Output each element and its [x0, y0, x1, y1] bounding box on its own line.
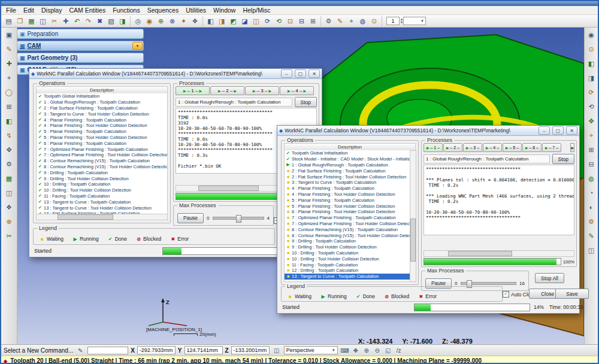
process-tab[interactable]: 3 — [463, 143, 482, 152]
tool-icon[interactable]: ⌖ — [586, 131, 597, 140]
toolbar-icon[interactable]: ❐ — [14, 16, 26, 26]
tool-icon[interactable]: ◨ — [586, 73, 597, 83]
toolbar-icon[interactable]: ✂ — [49, 16, 60, 26]
toolbar-icon[interactable]: ⊕ — [155, 16, 167, 26]
operation-row[interactable]: 2 : Flat Surface Finishing : Tool Holder… — [285, 174, 410, 180]
tool-icon[interactable]: ⊞ — [4, 102, 14, 111]
toolbar-icon[interactable]: ◍ — [357, 16, 368, 26]
maximize-button[interactable]: ▢ — [295, 69, 306, 78]
tool-icon[interactable]: ⊕ — [4, 217, 14, 226]
operation-row[interactable]: 8 : Contour Remachining (V15) : Toolpath… — [285, 226, 410, 232]
pause-button[interactable]: Pause — [177, 213, 204, 223]
operation-row[interactable]: 7 : Optimized Planar Finishing : Toolpat… — [285, 215, 410, 221]
toolbar-icon[interactable]: ⟳ — [262, 16, 273, 26]
toolbar-icon[interactable]: ✎ — [334, 16, 346, 26]
operation-row[interactable]: 8 : Contour Remachining (V15) : Toolpath… — [37, 158, 167, 164]
checkbox-icon[interactable]: ✓ — [503, 291, 509, 298]
operation-row[interactable]: 3 : Tangent to Curve : Tool Holder Colli… — [37, 111, 167, 117]
tool-icon[interactable]: ◯ — [4, 87, 14, 97]
menu-item[interactable]: Edit — [20, 7, 38, 14]
vertical-scrollbar[interactable] — [410, 150, 416, 282]
operation-row[interactable]: 9 : Drilling : Tool Holder Collision Det… — [285, 244, 410, 250]
tool-icon[interactable]: ◐ — [586, 202, 597, 212]
tool-icon[interactable]: ✂ — [4, 231, 14, 241]
toolbar-icon[interactable]: ◨ — [117, 16, 128, 26]
toolbar-icon[interactable]: ↷ — [83, 16, 94, 26]
tool-icon[interactable]: ✎ — [586, 231, 597, 241]
tool-icon[interactable]: ◍ — [586, 174, 597, 183]
operation-row[interactable]: 7 : Optimized Planar Finishing : Tool Ho… — [285, 221, 410, 227]
scrollbar-thumb[interactable] — [198, 186, 258, 191]
operation-row[interactable]: 11 : Facing : Toolpath Calculation — [37, 193, 167, 199]
toolbar-icon[interactable]: ◉ — [144, 16, 155, 26]
tool-icon[interactable]: ◫ — [4, 188, 14, 198]
operation-row[interactable]: 8 : Contour Remachining (V15) : Tool Hol… — [37, 164, 167, 170]
process-tab[interactable]: 2 — [443, 143, 462, 152]
toolbar-icon[interactable]: ◧ — [205, 16, 216, 26]
operation-row[interactable]: 1 : Global Rough/Rerough : Toolpath Calc… — [285, 162, 410, 168]
tool-icon[interactable]: ⊙ — [586, 44, 597, 54]
toolbar-icon[interactable]: ◫ — [37, 16, 49, 26]
tool-icon[interactable]: ⌖ — [4, 73, 14, 83]
menu-item[interactable]: Functions — [109, 7, 144, 14]
tool-icon[interactable]: ◔ — [586, 188, 597, 198]
operation-row[interactable]: 5 : Planar Finishing : Toolpath Calculat… — [285, 197, 410, 203]
panel-section-cam[interactable]: CAM ▼ — [17, 41, 144, 51]
save-button[interactable]: Save — [555, 289, 589, 299]
tool-icon[interactable]: ✎ — [4, 44, 14, 54]
view-mode-dropdown[interactable]: Perspective ▼ — [284, 346, 338, 354]
horizontal-scrollbar[interactable] — [36, 214, 168, 220]
tool-icon[interactable]: ⚙ — [4, 159, 14, 169]
operation-row[interactable]: 10 : Drilling : Tool Holder Collision De… — [285, 256, 410, 262]
process-tab[interactable]: 7 — [542, 143, 561, 152]
operation-row[interactable]: 13 : Tangent to Curve : Toolpath Calcula… — [285, 274, 410, 280]
operation-row[interactable]: 10 : Drilling : Toolpath Calculation — [37, 181, 167, 187]
process-tab[interactable]: 4 — [280, 86, 314, 95]
toolbar-dropdown[interactable]: ▼ — [403, 17, 426, 25]
scrollbar-thumb[interactable] — [448, 251, 512, 256]
operation-row[interactable]: 4 : Planar Finishing : Toolpath Calculat… — [37, 117, 167, 123]
tool-icon[interactable]: ⟳ — [586, 87, 597, 97]
menu-item[interactable]: Display — [38, 7, 65, 14]
menu-item[interactable]: Utilities — [182, 7, 210, 14]
menu-item[interactable]: Window — [210, 7, 239, 14]
operation-row[interactable]: Toolpath Global Initialisation — [285, 150, 410, 156]
dialog-titlebar[interactable]: WorkNC Parallel Calculation Window (V184… — [29, 69, 322, 79]
operation-row[interactable]: 9 : Drilling : Toolpath Calculation — [285, 238, 410, 244]
toolbar-icon[interactable]: ⟲ — [273, 16, 285, 26]
panel-section-part-geometry[interactable]: Part Geometry (3) — [17, 53, 144, 63]
toolbar-icon[interactable]: ✦ — [178, 16, 189, 26]
close-button[interactable]: ✕ — [308, 69, 320, 78]
statusbar-icon[interactable]: ◱ — [383, 346, 393, 354]
operation-row[interactable]: 12 : Drilling : Toolpath Calculation — [285, 268, 410, 274]
tool-icon[interactable]: ⟲ — [586, 102, 597, 111]
minimize-button[interactable]: – — [281, 69, 292, 78]
statusbar-icon[interactable]: ⌨ — [340, 346, 350, 354]
scrollbar-thumb[interactable] — [410, 219, 416, 262]
command-input[interactable] — [87, 347, 128, 354]
statusbar-icon[interactable]: ⊖ — [373, 346, 382, 354]
toolbar-icon[interactable]: ◩ — [228, 16, 239, 26]
operation-row[interactable]: 6 : Planar Finishing : Tool Holder Colli… — [285, 209, 410, 215]
toolbar-icon[interactable]: ◨ — [216, 16, 228, 26]
operation-row[interactable]: 9 : Drilling : Toolpath Calculation — [37, 169, 167, 175]
operation-row[interactable]: Toolpath Global Initialisation — [37, 93, 167, 99]
operation-row[interactable]: 2 : Flat Surface Finishing : Toolpath Ca… — [37, 105, 167, 111]
stop-button[interactable]: Stop — [552, 154, 575, 164]
tool-icon[interactable]: ✚ — [4, 59, 14, 68]
panel-section-preparation[interactable]: Preparation — [17, 29, 144, 39]
stop-button[interactable]: Stop — [295, 97, 317, 107]
toolbar-icon[interactable]: ✚ — [60, 16, 71, 26]
statusbar-icon[interactable]: ⊕ — [362, 346, 371, 354]
tool-icon[interactable]: ◧ — [4, 116, 14, 126]
operation-row[interactable]: 8 : Contour Remachining (V15) : Tool Hol… — [285, 232, 410, 238]
menu-item[interactable]: Sequences — [144, 7, 183, 14]
cam-dropdown-button[interactable]: ▼ — [132, 42, 143, 50]
toolbar-icon[interactable]: ◪ — [239, 16, 250, 26]
operation-row[interactable]: 13 : Tangent to Curve : Tool Holder Coll… — [37, 205, 167, 211]
menu-item[interactable]: Help/Misc — [239, 7, 274, 14]
number-spinner[interactable]: 1 ▲▼ — [386, 17, 403, 25]
operation-row[interactable]: 5 : Planar Finishing : Tool Holder Colli… — [285, 203, 410, 209]
process-tab[interactable]: 4 — [483, 143, 502, 152]
process-tab[interactable]: 2 — [210, 86, 244, 95]
